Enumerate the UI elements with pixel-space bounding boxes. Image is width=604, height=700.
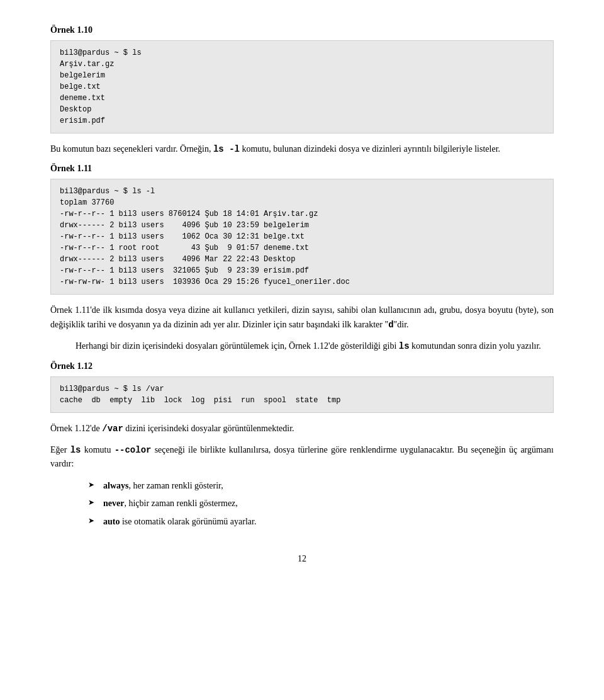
- inline-code-ls-2: ls: [70, 445, 81, 455]
- heading-ornek-1-12: Örnek 1.12: [50, 361, 554, 371]
- page-content: Örnek 1.10 bil3@pardus ~ $ ls Arşiv.tar.…: [50, 25, 554, 564]
- bullet-list-color-options: always, her zaman renkli gösterir, never…: [88, 479, 554, 529]
- list-item-never: never, hiçbir zaman renkli göstermez,: [88, 497, 554, 511]
- body-text-5: Eğer ls komutu --color seçeneği ile birl…: [50, 443, 554, 471]
- body-text-1: Bu komutun bazı seçenekleri vardır. Örne…: [50, 142, 554, 156]
- section-ornek-1-10: Örnek 1.10 bil3@pardus ~ $ ls Arşiv.tar.…: [50, 25, 554, 133]
- page-number: 12: [50, 554, 554, 564]
- char-d: d: [388, 320, 393, 330]
- keyword-always: always: [103, 481, 128, 490]
- code-block-ls: bil3@pardus ~ $ ls Arşiv.tar.gz belgeler…: [50, 40, 554, 133]
- body-text-2: Örnek 1.11'de ilk kısımda dosya veya diz…: [50, 303, 554, 332]
- body-text-4: Örnek 1.12'de /var dizini içerisindeki d…: [50, 422, 554, 436]
- code-block-ls-var: bil3@pardus ~ $ ls /var cache db empty l…: [50, 376, 554, 413]
- heading-ornek-1-11: Örnek 1.11: [50, 164, 554, 174]
- inline-code-ls-l: ls -l: [213, 144, 240, 154]
- code-block-ls-l: bil3@pardus ~ $ ls -l toplam 37760 -rw-r…: [50, 179, 554, 295]
- list-item-always: always, her zaman renkli gösterir,: [88, 479, 554, 493]
- keyword-never: never: [103, 499, 124, 508]
- body-text-3: Herhangi bir dizin içerisindeki dosyalar…: [76, 339, 554, 353]
- always-text: , her zaman renkli gösterir,: [128, 481, 223, 490]
- section-ornek-1-12: Örnek 1.12 bil3@pardus ~ $ ls /var cache…: [50, 361, 554, 413]
- inline-code-ls: ls: [399, 341, 410, 351]
- list-item-auto: auto ise otomatik olarak görünümü ayarla…: [88, 515, 554, 529]
- inline-code-var: /var: [102, 424, 123, 434]
- section-ornek-1-11: Örnek 1.11 bil3@pardus ~ $ ls -l toplam …: [50, 164, 554, 295]
- heading-ornek-1-10: Örnek 1.10: [50, 25, 554, 35]
- keyword-auto: auto: [103, 517, 120, 526]
- auto-text: ise otomatik olarak görünümü ayarlar.: [120, 517, 256, 526]
- never-text: , hiçbir zaman renkli göstermez,: [124, 499, 237, 508]
- inline-code-color: --color: [115, 445, 152, 455]
